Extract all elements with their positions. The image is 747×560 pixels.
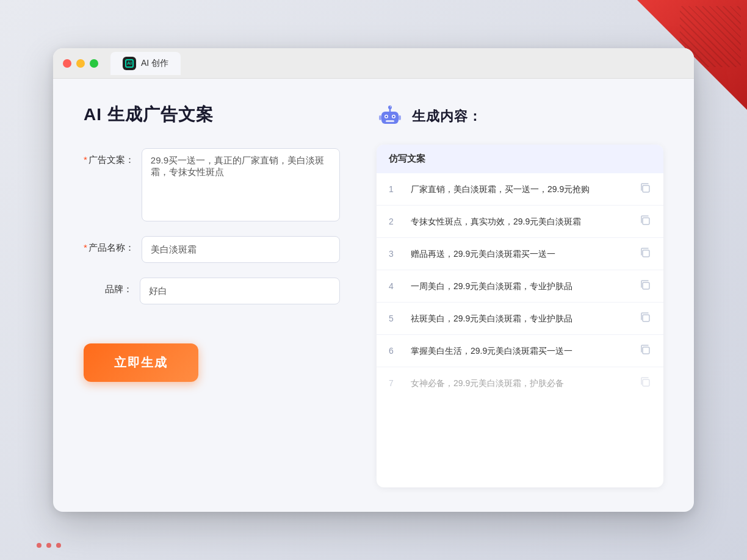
table-row: 3赠品再送，29.9元美白淡斑霜买一送一 <box>377 238 663 270</box>
svg-point-10 <box>390 106 391 107</box>
table-row: 6掌握美白生活，29.9元美白淡斑霜买一送一 <box>377 335 663 367</box>
minimize-button[interactable] <box>76 59 85 68</box>
table-row: 4一周美白，29.9元美白淡斑霜，专业护肤品 <box>377 270 663 303</box>
bottom-decoration <box>37 543 61 548</box>
row-text: 专抹女性斑点，真实功效，29.9元美白淡斑霜 <box>411 215 629 228</box>
brand-group: 品牌： <box>84 278 340 304</box>
tab-icon: AI <box>123 57 136 70</box>
svg-rect-8 <box>379 115 381 120</box>
copy-icon[interactable] <box>639 279 651 293</box>
page-title: AI 生成广告文案 <box>84 103 340 126</box>
close-button[interactable] <box>63 59 71 68</box>
results-list: 1厂家直销，美白淡斑霜，买一送一，29.9元抢购 2专抹女性斑点，真实功效，29… <box>377 173 663 399</box>
copy-icon[interactable] <box>639 182 651 196</box>
robot-icon <box>377 103 403 130</box>
table-row: 5祛斑美白，29.9元美白淡斑霜，专业护肤品 <box>377 303 663 335</box>
svg-rect-9 <box>399 115 401 120</box>
table-row: 1厂家直销，美白淡斑霜，买一送一，29.9元抢购 <box>377 173 663 206</box>
svg-point-6 <box>393 116 395 118</box>
generate-button[interactable]: 立即生成 <box>84 343 198 382</box>
tab-label: AI 创作 <box>141 58 168 69</box>
svg-rect-17 <box>643 379 649 386</box>
row-text: 掌握美白生活，29.9元美白淡斑霜买一送一 <box>411 345 629 357</box>
copy-icon[interactable] <box>639 311 651 326</box>
copy-icon[interactable] <box>639 376 651 390</box>
row-text: 祛斑美白，29.9元美白淡斑霜，专业护肤品 <box>411 312 629 325</box>
result-title: 生成内容： <box>412 107 482 126</box>
ad-copy-required: * <box>84 154 87 165</box>
maximize-button[interactable] <box>90 59 98 68</box>
row-number: 4 <box>389 281 401 291</box>
table-row: 2专抹女性斑点，真实功效，29.9元美白淡斑霜 <box>377 206 663 238</box>
window-controls <box>63 59 98 68</box>
svg-rect-15 <box>643 315 649 321</box>
svg-rect-7 <box>386 120 394 122</box>
title-bar: AI AI 创作 <box>53 48 694 79</box>
ad-copy-input[interactable] <box>142 148 340 221</box>
brand-label: 品牌： <box>84 278 132 295</box>
tab-icon-inner: AI <box>125 59 134 68</box>
table-header: 仿写文案 <box>377 145 663 173</box>
svg-point-5 <box>386 116 388 118</box>
left-panel: AI 生成广告文案 *广告文案： *产品名称： 品牌： <box>84 103 340 487</box>
svg-rect-12 <box>643 218 649 224</box>
row-number: 2 <box>389 217 401 226</box>
svg-rect-16 <box>643 347 649 354</box>
result-header: 生成内容： <box>377 103 663 130</box>
svg-point-2 <box>388 106 392 109</box>
ai-tab[interactable]: AI AI 创作 <box>110 52 181 75</box>
row-number: 5 <box>389 314 401 323</box>
ad-copy-label: *广告文案： <box>84 148 134 166</box>
row-number: 1 <box>389 184 401 194</box>
ad-copy-group: *广告文案： <box>84 148 340 221</box>
svg-rect-13 <box>643 250 649 257</box>
copy-icon[interactable] <box>639 214 651 229</box>
row-number: 6 <box>389 346 401 356</box>
table-row: 7女神必备，29.9元美白淡斑霜，护肤必备 <box>377 367 663 399</box>
row-text: 女神必备，29.9元美白淡斑霜，护肤必备 <box>411 377 629 390</box>
row-text: 赠品再送，29.9元美白淡斑霜买一送一 <box>411 248 629 260</box>
product-name-required: * <box>84 242 87 253</box>
copy-icon[interactable] <box>639 246 651 261</box>
row-text: 一周美白，29.9元美白淡斑霜，专业护肤品 <box>411 280 629 293</box>
svg-rect-11 <box>643 185 649 192</box>
row-number: 7 <box>389 378 401 388</box>
right-panel: 生成内容： 仿写文案 1厂家直销，美白淡斑霜，买一送一，29.9元抢购 2专抹女… <box>377 103 663 487</box>
browser-window: AI AI 创作 AI 生成广告文案 *广告文案： *产品名称： <box>53 48 694 512</box>
row-text: 厂家直销，美白淡斑霜，买一送一，29.9元抢购 <box>411 183 629 196</box>
brand-input[interactable] <box>140 278 340 304</box>
svg-rect-14 <box>643 282 649 289</box>
product-name-label: *产品名称： <box>84 236 134 254</box>
product-name-input[interactable] <box>142 236 340 263</box>
product-name-group: *产品名称： <box>84 236 340 263</box>
row-number: 3 <box>389 249 401 259</box>
copy-icon[interactable] <box>639 343 651 358</box>
result-table: 仿写文案 1厂家直销，美白淡斑霜，买一送一，29.9元抢购 2专抹女性斑点，真实… <box>377 145 663 487</box>
main-content: AI 生成广告文案 *广告文案： *产品名称： 品牌： <box>53 79 694 512</box>
